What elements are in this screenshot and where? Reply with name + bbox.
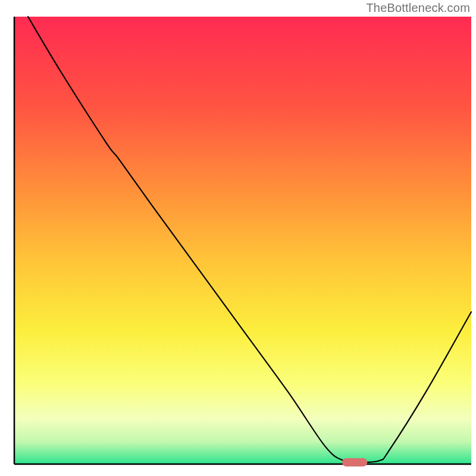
watermark-text: TheBottleneck.com — [366, 1, 470, 15]
gradient-background — [14, 17, 471, 464]
chart-svg — [0, 0, 476, 476]
bottleneck-chart — [0, 0, 476, 476]
optimal-range-marker — [342, 458, 367, 466]
